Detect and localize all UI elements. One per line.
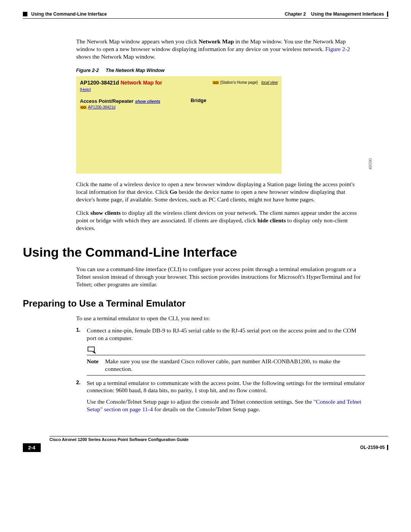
step-2-para2: Use the Console/Telnet Setup page to adj…: [87, 398, 365, 413]
go-icon[interactable]: GO: [212, 81, 219, 85]
figure-id-number: 49590: [368, 158, 373, 170]
show-clients-link[interactable]: show clients: [135, 99, 160, 104]
header-bar: [387, 11, 388, 17]
step-2: 2. Set up a terminal emulator to communi…: [76, 379, 365, 413]
step-2-number: 2.: [76, 379, 87, 413]
bold-show-clients: show clients: [90, 209, 121, 216]
header-section-title: Using the Command-Line Interface: [31, 11, 107, 17]
cli-intro-para: You can use a command-line interface (CL…: [76, 265, 365, 288]
note-block: Note Make sure you use the standard Cisc…: [87, 346, 365, 375]
local-view-link[interactable]: local view: [261, 80, 278, 85]
figure-apr-heading: Access Point/Repeater: [80, 98, 134, 104]
figure-device-link[interactable]: AP1200-38421d: [88, 105, 115, 109]
figure-2-2-link[interactable]: Figure 2-2: [325, 46, 350, 52]
footer-bar: [387, 445, 388, 450]
bold-go: Go: [170, 189, 177, 195]
intro-paragraph-1: The Network Map window appears when you …: [76, 38, 365, 60]
figure-help-link[interactable]: [Help]: [80, 87, 91, 92]
footer-doc-id: OL-2159-05: [360, 445, 385, 450]
figure-caption: Figure 2-2The Network Map Window: [76, 68, 365, 73]
stations-homepage-link[interactable]: [Station's Home page]: [220, 80, 258, 85]
h2-terminal-emulator: Preparing to Use a Terminal Emulator: [23, 298, 365, 309]
step-2-text: Set up a terminal emulator to communicat…: [87, 379, 365, 395]
header-chapter-title: Using the Management Interfaces: [311, 11, 384, 17]
bold-network-map: Network Map: [199, 38, 234, 45]
h1-cli: Using the Command-Line Interface: [23, 245, 365, 260]
figure-title-label: Network Map for: [119, 80, 162, 86]
note-text: Make sure you use the standard Cisco rol…: [105, 358, 365, 373]
page-header: Using the Command-Line Interface Chapter…: [23, 11, 388, 17]
figure-network-map: AP1200-38421d Network Map for [Help] GO[…: [76, 76, 282, 174]
footer-page-number: 2-4: [23, 443, 41, 452]
footer-book-title: Cisco Aironet 1200 Series Access Point S…: [49, 437, 188, 442]
step-1-number: 1.: [76, 327, 87, 342]
go-icon[interactable]: GO: [80, 105, 87, 109]
after-fig-p1: Click the name of a wireless device to o…: [76, 181, 365, 203]
bold-hide-clients: hide clients: [257, 217, 286, 224]
header-square: [23, 12, 27, 16]
note-label: Note: [87, 358, 105, 373]
prep-intro-para: To use a terminal emulator to open the C…: [76, 315, 365, 322]
figure-top-right-links: GO[Station's Home page] local view: [212, 80, 278, 85]
figure-bridge-heading: Bridge: [191, 97, 206, 104]
after-fig-p2: Click show clients to display all the wi…: [76, 209, 365, 232]
step-1-text: Connect a nine-pin, female DB-9 to RJ-45…: [87, 327, 365, 342]
figure-device-name: AP1200-38421d: [80, 80, 119, 86]
page-footer: Cisco Aironet 1200 Series Access Point S…: [23, 436, 388, 452]
step-1: 1. Connect a nine-pin, female DB-9 to RJ…: [76, 327, 365, 342]
header-chapter-label: Chapter 2: [285, 11, 306, 17]
note-icon: [87, 346, 365, 354]
header-rule: [23, 18, 388, 19]
